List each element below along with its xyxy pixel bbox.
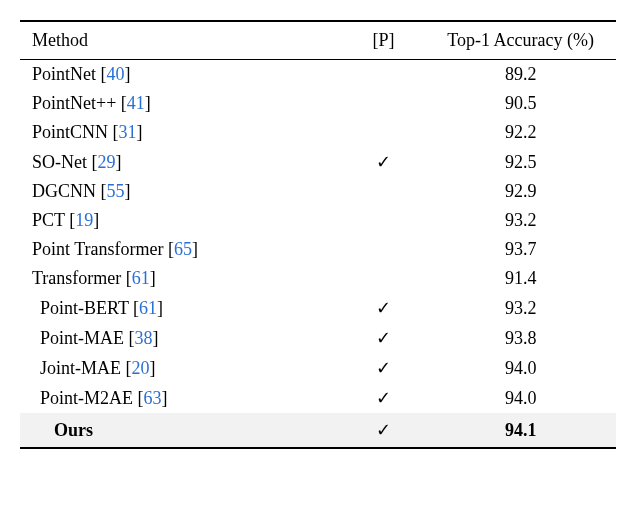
citation-link[interactable]: 40	[107, 64, 125, 84]
table-row: Point-MAE [38] ✓ 93.8	[20, 323, 616, 353]
citation-link[interactable]: 65	[174, 239, 192, 259]
p-cell: ✓	[342, 293, 425, 323]
method-name: DGCNN	[32, 181, 96, 201]
table-row: Transformer [61] 91.4	[20, 264, 616, 293]
p-cell: ✓	[342, 323, 425, 353]
table-row-ours: Ours ✓ 94.1	[20, 413, 616, 448]
cite-open: [	[108, 122, 119, 142]
header-row: Method [P] Top-1 Accuracy (%)	[20, 21, 616, 60]
p-cell	[342, 235, 425, 264]
method-name: Point-BERT	[40, 298, 129, 318]
cite-open: [	[87, 152, 98, 172]
acc-cell: 92.2	[425, 118, 616, 147]
citation-link[interactable]: 19	[75, 210, 93, 230]
method-cell: PCT [19]	[20, 206, 342, 235]
method-name: PointNet	[32, 64, 96, 84]
cite-close: ]	[93, 210, 99, 230]
p-cell	[342, 177, 425, 206]
table-row: Joint-MAE [20] ✓ 94.0	[20, 353, 616, 383]
method-cell: Joint-MAE [20]	[20, 353, 342, 383]
acc-cell: 93.8	[425, 323, 616, 353]
header-method: Method	[20, 21, 342, 60]
table-row: DGCNN [55] 92.9	[20, 177, 616, 206]
table-row: SO-Net [29] ✓ 92.5	[20, 147, 616, 177]
table-row: PointNet++ [41] 90.5	[20, 89, 616, 118]
method-cell: PointNet [40]	[20, 60, 342, 90]
results-table-wrapper: Method [P] Top-1 Accuracy (%) PointNet […	[20, 20, 616, 449]
cite-open: [	[121, 358, 132, 378]
cite-close: ]	[137, 122, 143, 142]
cite-close: ]	[150, 358, 156, 378]
cite-close: ]	[125, 181, 131, 201]
method-name: PointCNN	[32, 122, 108, 142]
citation-link[interactable]: 38	[135, 328, 153, 348]
p-cell: ✓	[342, 383, 425, 413]
cite-close: ]	[162, 388, 168, 408]
p-cell: ✓	[342, 413, 425, 448]
acc-cell: 94.0	[425, 383, 616, 413]
citation-link[interactable]: 61	[132, 268, 150, 288]
table-row: Point Transformer [65] 93.7	[20, 235, 616, 264]
citation-link[interactable]: 29	[98, 152, 116, 172]
acc-cell: 89.2	[425, 60, 616, 90]
header-acc: Top-1 Accuracy (%)	[425, 21, 616, 60]
citation-link[interactable]: 20	[132, 358, 150, 378]
method-cell: DGCNN [55]	[20, 177, 342, 206]
acc-cell: 92.9	[425, 177, 616, 206]
acc-cell: 91.4	[425, 264, 616, 293]
method-cell: Transformer [61]	[20, 264, 342, 293]
header-p: [P]	[342, 21, 425, 60]
cite-close: ]	[153, 328, 159, 348]
acc-cell: 92.5	[425, 147, 616, 177]
cite-open: [	[129, 298, 140, 318]
table-row: PointNet [40] 89.2	[20, 60, 616, 90]
table-row: PointCNN [31] 92.2	[20, 118, 616, 147]
cite-close: ]	[145, 93, 151, 113]
p-cell: ✓	[342, 353, 425, 383]
p-cell	[342, 264, 425, 293]
cite-close: ]	[192, 239, 198, 259]
method-cell: Point-MAE [38]	[20, 323, 342, 353]
method-cell: PointNet++ [41]	[20, 89, 342, 118]
cite-open: [	[96, 181, 107, 201]
method-cell: SO-Net [29]	[20, 147, 342, 177]
cite-open: [	[96, 64, 107, 84]
table-row: PCT [19] 93.2	[20, 206, 616, 235]
cite-close: ]	[157, 298, 163, 318]
acc-cell: 94.1	[425, 413, 616, 448]
method-cell: Point-M2AE [63]	[20, 383, 342, 413]
cite-open: [	[121, 268, 132, 288]
table-row: Point-M2AE [63] ✓ 94.0	[20, 383, 616, 413]
acc-cell: 93.2	[425, 293, 616, 323]
p-cell	[342, 60, 425, 90]
table-row: Point-BERT [61] ✓ 93.2	[20, 293, 616, 323]
cite-open: [	[124, 328, 135, 348]
method-name: Transformer	[32, 268, 121, 288]
citation-link[interactable]: 63	[144, 388, 162, 408]
p-cell: ✓	[342, 147, 425, 177]
cite-open: [	[65, 210, 76, 230]
acc-cell: 94.0	[425, 353, 616, 383]
p-cell	[342, 118, 425, 147]
method-cell: PointCNN [31]	[20, 118, 342, 147]
method-name: Joint-MAE	[40, 358, 121, 378]
method-name: SO-Net	[32, 152, 87, 172]
citation-link[interactable]: 55	[107, 181, 125, 201]
cite-open: [	[116, 93, 127, 113]
p-cell	[342, 206, 425, 235]
method-name: PointNet++	[32, 93, 116, 113]
method-name: PCT	[32, 210, 65, 230]
method-name: Point-MAE	[40, 328, 124, 348]
cite-close: ]	[116, 152, 122, 172]
citation-link[interactable]: 61	[139, 298, 157, 318]
cite-open: [	[133, 388, 144, 408]
citation-link[interactable]: 31	[119, 122, 137, 142]
method-name: Point-M2AE	[40, 388, 133, 408]
acc-cell: 93.2	[425, 206, 616, 235]
method-cell: Ours	[20, 413, 342, 448]
method-name: Ours	[54, 420, 93, 440]
cite-open: [	[164, 239, 175, 259]
p-cell	[342, 89, 425, 118]
citation-link[interactable]: 41	[127, 93, 145, 113]
cite-close: ]	[150, 268, 156, 288]
